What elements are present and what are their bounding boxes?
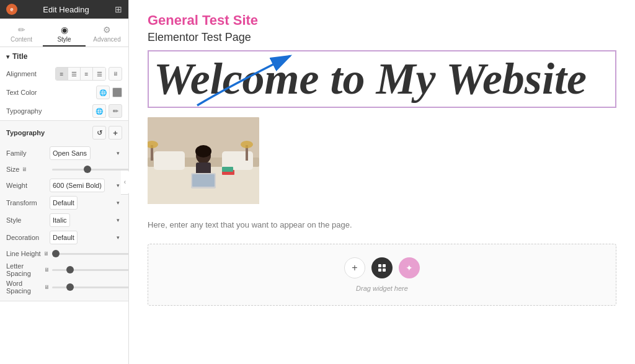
font-weight-label: Weight [6,182,50,189]
content-image [148,117,259,204]
svg-point-7 [195,145,211,158]
typography-reset-icon[interactable]: ↺ [92,126,106,140]
font-family-control: Open Sans [50,146,122,160]
title-section-label: Title [12,52,27,61]
text-transform-row: Transform Default [6,194,122,211]
text-color-row: Text Color 🌐 [0,83,128,102]
typography-panel-title: Typography [6,129,45,136]
sidebar-content: ▾ Title Alignment ≡ ☰ ≡ ☰ 🖥 Text [0,47,128,364]
content-tab-icon: ✏ [18,25,25,35]
tab-content-label: Content [11,36,32,43]
letter-spacing-slider-wrapper: ▲ ▼ px ▾ [52,264,128,276]
font-style-row: Style Italic [6,211,122,229]
font-family-select[interactable]: Open Sans [50,146,91,160]
text-transform-control: Default [50,196,122,210]
tab-content[interactable]: ✏ Content [0,21,43,47]
font-size-slider[interactable] [52,169,128,171]
line-height-slider[interactable] [52,253,128,255]
font-size-slider-wrapper: ▲ ▼ px ▾ [52,163,128,175]
grid-icon[interactable]: ⊞ [115,4,122,14]
tab-style-label: Style [57,36,71,43]
word-spacing-row: Word Spacing 🖥 ▲ ▼ [6,278,122,296]
tab-style[interactable]: ◉ Style [43,21,86,47]
sidebar-header: e Edit Heading ⊞ [0,0,128,19]
template-btn[interactable] [371,257,393,278]
font-style-label: Style [6,216,50,224]
letter-spacing-row: Letter Spacing 🖥 ▲ ▼ [6,261,122,278]
tab-advanced-label: Advanced [93,36,120,43]
body-text: Here, enter any text that you want to ap… [148,219,616,231]
alignment-row: Alignment ≡ ☰ ≡ ☰ 🖥 [0,64,128,83]
size-monitor-icon: 🖥 [22,166,27,172]
page-title: Elementor Test Page [148,31,616,44]
word-spacing-slider-container: ▲ ▼ px ▾ [52,281,128,293]
svg-rect-17 [378,264,381,267]
line-height-label: Line Height 🖥 [6,250,50,257]
font-size-slider-container: ▲ ▼ px ▾ [52,163,128,175]
alignment-label: Alignment [6,70,55,78]
text-color-controls: 🌐 [96,86,122,99]
add-widget-btn[interactable]: + [344,257,365,278]
title-collapse-arrow[interactable]: ▾ [6,53,9,60]
drop-widget-text: Drag widget here [356,285,408,292]
typography-add-icon[interactable]: + [109,126,122,140]
letter-spacing-slider[interactable] [52,269,128,271]
svg-rect-18 [383,264,386,267]
line-height-slider-wrapper: ▲ ▼ px ▾ [52,247,128,260]
text-decoration-label: Decoration [6,234,50,241]
font-family-select-wrapper: Open Sans [50,146,122,160]
align-right-btn[interactable]: ≡ [81,68,93,80]
text-decoration-select-wrapper: Default [50,231,122,244]
typography-global-icon[interactable]: 🌐 [92,104,106,118]
sidebar-title: Edit Heading [43,5,89,14]
text-color-label: Text Color [6,89,96,96]
typography-panel-actions: ↺ + [92,126,122,140]
global-style-icon[interactable]: 🌐 [96,86,110,99]
font-weight-select-wrapper: 600 (Semi Bold) [50,179,122,192]
site-title: General Test Site [148,12,616,29]
svg-rect-20 [383,269,386,272]
font-style-select[interactable]: Italic [50,213,70,227]
ai-widget-btn[interactable]: ✦ [399,257,420,278]
typography-panel: Typography ↺ + Family Open Sans [0,120,128,301]
word-spacing-monitor: 🖥 [44,284,50,290]
title-section-header: ▾ Title [0,47,128,64]
font-family-label: Family [6,149,50,157]
letter-spacing-monitor: 🖥 [44,267,50,273]
main-content: General Test Site Elementor Test Page We… [129,0,635,364]
font-family-row: Family Open Sans [6,144,122,162]
main-heading[interactable]: Welcome to My Website [154,55,610,104]
line-height-monitor: 🖥 [43,251,49,257]
text-decoration-row: Decoration Default [6,229,122,246]
align-center-btn[interactable]: ☰ [68,68,81,80]
align-justify-btn[interactable]: ☰ [93,68,105,80]
align-left-btn[interactable]: ≡ [56,68,68,80]
letter-spacing-slider-container: ▲ ▼ px ▾ [52,264,128,276]
typography-edit-icon[interactable]: ✏ [109,104,122,118]
tab-advanced[interactable]: ⚙ Advanced [86,21,128,47]
svg-rect-19 [378,269,381,272]
line-height-row: Line Height 🖥 ▲ ▼ [6,246,122,261]
style-tab-icon: ◉ [61,25,68,35]
sidebar-collapse-handle[interactable]: ‹ [121,170,130,195]
alignment-buttons: ≡ ☰ ≡ ☰ [55,67,106,81]
word-spacing-slider-wrapper: ▲ ▼ px ▾ [52,281,128,293]
alignment-controls: ≡ ☰ ≡ ☰ 🖥 [55,67,122,81]
word-spacing-slider[interactable] [52,286,128,288]
text-transform-select-wrapper: Default [50,196,122,210]
monitor-icon-btn[interactable]: 🖥 [109,67,122,81]
color-swatch[interactable] [112,87,122,97]
svg-point-16 [241,141,253,148]
line-height-slider-container: ▲ ▼ px ▾ [52,247,128,260]
font-size-row: Size 🖥 ▲ ▼ [6,162,122,177]
text-transform-select[interactable]: Default [50,196,78,210]
font-weight-control: 600 (Semi Bold) [50,179,122,192]
typography-row: Typography 🌐 ✏ [0,102,128,120]
text-decoration-select[interactable]: Default [50,231,78,244]
drop-zone[interactable]: + ✦ Drag widget here [148,244,616,306]
typography-controls: 🌐 ✏ [92,104,122,118]
font-weight-row: Weight 600 (Semi Bold) [6,177,122,194]
heading-block[interactable]: Welcome to My Website [148,50,616,108]
svg-rect-12 [222,167,233,172]
font-weight-select[interactable]: 600 (Semi Bold) [50,179,105,192]
